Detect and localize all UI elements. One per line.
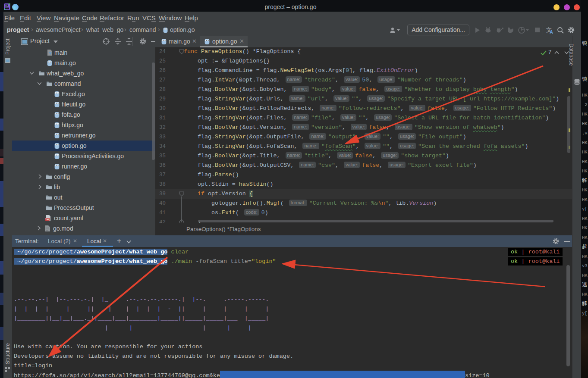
svg-text:YML: YML <box>45 218 50 221</box>
svg-text:A: A <box>550 29 553 34</box>
svg-text:?: ? <box>49 51 52 56</box>
